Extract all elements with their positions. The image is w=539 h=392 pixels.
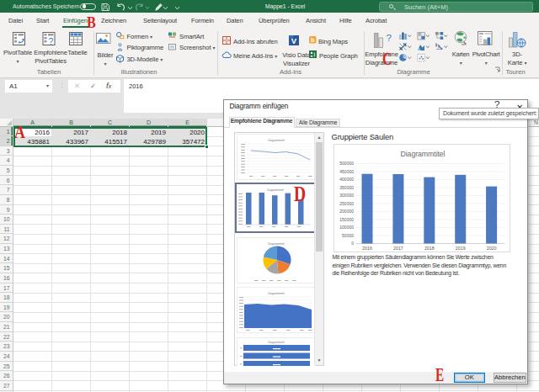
svg-text:2017: 2017 <box>393 246 403 251</box>
svg-text:?: ? <box>387 33 392 43</box>
svg-text:Diagrammtitel: Diagrammtitel <box>401 150 446 158</box>
svg-text:200000: 200000 <box>339 209 354 214</box>
svg-text:2020: 2020 <box>487 246 497 251</box>
svg-text:0: 0 <box>351 241 354 246</box>
svg-text:450000: 450000 <box>339 169 354 174</box>
svg-text:Diagrammtitel: Diagrammtitel <box>268 292 285 295</box>
svg-text:Diagrammtitel: Diagrammtitel <box>268 139 285 142</box>
svg-text:250000: 250000 <box>339 201 354 206</box>
svg-text:2018: 2018 <box>424 246 435 251</box>
svg-text:2016: 2016 <box>362 246 372 251</box>
svg-text:100000: 100000 <box>339 225 354 230</box>
svg-text:300000: 300000 <box>339 193 354 198</box>
svg-text:500000: 500000 <box>339 161 354 166</box>
svg-text:?: ? <box>49 36 54 46</box>
svg-text:Diagrammtitel: Diagrammtitel <box>267 188 284 192</box>
svg-text:400000: 400000 <box>339 177 354 182</box>
svg-text:Diagrammtitel: Diagrammtitel <box>268 341 285 344</box>
svg-text:Diagrammtitel: Diagrammtitel <box>268 242 285 246</box>
svg-text:V: V <box>291 36 297 45</box>
svg-text:150000: 150000 <box>339 217 354 222</box>
svg-text:50000: 50000 <box>342 233 354 238</box>
svg-text:350000: 350000 <box>339 185 354 190</box>
svg-text:2019: 2019 <box>456 246 466 251</box>
svg-text:b: b <box>311 36 315 44</box>
